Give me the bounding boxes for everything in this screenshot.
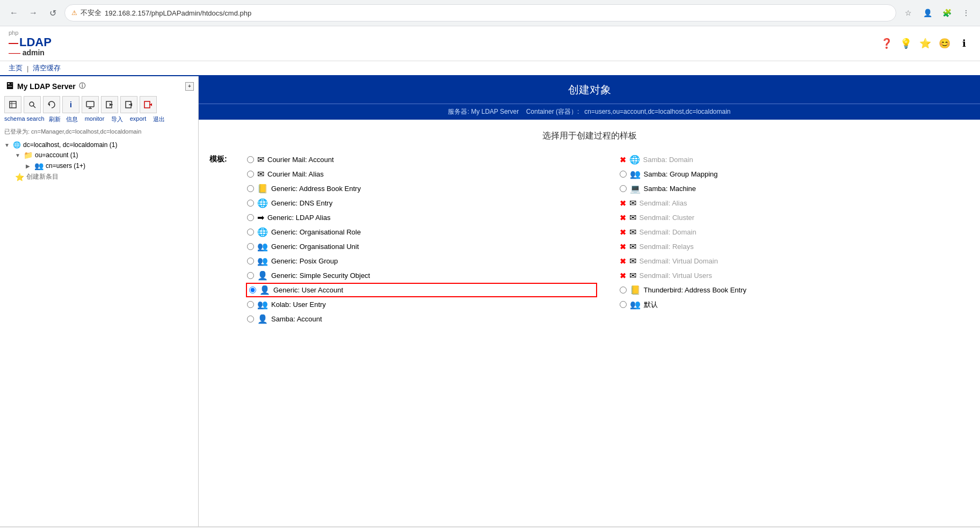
tree-item-ou-account[interactable]: ▼ 📁 ou=account (1) — [15, 150, 194, 160]
radio-user-account[interactable] — [249, 287, 256, 294]
tree-toggle-cn[interactable]: ▶ — [26, 163, 32, 169]
radio-address-book[interactable] — [247, 185, 254, 192]
org-role-label[interactable]: Generic: Organisational Role — [271, 228, 361, 236]
kolab-label[interactable]: Kolab: User Entry — [271, 300, 326, 309]
sidebar: 🖥 My LDAP Server ⓘ + — [0, 76, 199, 526]
tree-ou-label[interactable]: ou=account (1) — [35, 151, 78, 159]
courier-alias-label[interactable]: Courier Mail: Alias — [267, 170, 324, 178]
info-circle-icon: ⓘ — [79, 82, 85, 91]
address-book-label[interactable]: Generic: Address Book Entry — [271, 185, 361, 193]
bookmark-button[interactable]: ☆ — [901, 5, 916, 20]
menu-button[interactable]: ⋮ — [959, 5, 974, 20]
address-bar[interactable]: ⚠ 不安全 192.168.2.157/phpLDAPadmin/htdocs/… — [64, 4, 896, 21]
monitor-button[interactable] — [82, 96, 99, 113]
user-account-label[interactable]: Generic: User Account — [273, 286, 343, 294]
tree-toggle-root[interactable]: ▼ — [4, 142, 11, 148]
info-button[interactable]: ℹ — [956, 36, 971, 51]
smiley-button[interactable]: 😊 — [937, 36, 952, 51]
info-icon: i — [70, 100, 72, 109]
template-item-default: 👥 默认 — [619, 297, 970, 312]
radio-kolab[interactable] — [247, 301, 254, 308]
tree-toggle-ou[interactable]: ▼ — [15, 152, 21, 158]
tree-root-label[interactable]: dc=localhost, dc=localdomain (1) — [23, 141, 117, 149]
ldap-alias-label[interactable]: Generic: LDAP Alias — [267, 214, 331, 222]
dns-label[interactable]: Generic: DNS Entry — [271, 199, 332, 207]
radio-thunderbird[interactable] — [620, 287, 627, 294]
radio-org-unit[interactable] — [247, 243, 254, 250]
logout-label[interactable]: 退出 — [151, 115, 166, 123]
export-label[interactable]: export — [127, 115, 149, 123]
logo-dash: — — [9, 38, 18, 49]
search-button[interactable] — [24, 96, 41, 113]
refresh-icon — [47, 100, 56, 109]
back-button[interactable]: ← — [6, 5, 21, 20]
template-item-org-unit: 👥 Generic: Organisational Unit — [246, 239, 597, 254]
nav-clear-cache[interactable]: 清空缓存 — [33, 63, 61, 73]
schema-label[interactable]: schema — [4, 115, 24, 123]
import-button[interactable] — [101, 96, 118, 113]
folder-icon: 📁 — [24, 151, 33, 159]
posix-group-label[interactable]: Generic: Posix Group — [271, 257, 338, 265]
sendmail-cluster-icon: ✉ — [629, 212, 636, 223]
nav-home[interactable]: 主页 — [9, 63, 23, 73]
expand-sidebar-button[interactable]: + — [185, 82, 194, 91]
thunderbird-label[interactable]: Thunderbird: Address Book Entry — [644, 286, 747, 294]
import-label[interactable]: 导入 — [110, 115, 125, 123]
monitor-label[interactable]: monitor — [82, 115, 107, 123]
extensions-button[interactable]: 🧩 — [939, 5, 954, 20]
info-label[interactable]: 信息 — [64, 115, 79, 123]
template-item-posix-group: 👥 Generic: Posix Group — [246, 254, 597, 268]
create-new-item[interactable]: ⭐ 创建新条目 — [15, 171, 194, 182]
logo-dash2: —— — [9, 50, 20, 56]
star-button[interactable]: ⭐ — [918, 36, 933, 51]
samba-machine-label[interactable]: Samba: Machine — [644, 185, 696, 193]
radio-samba-machine[interactable] — [620, 185, 627, 192]
logo-admin: admin — [23, 48, 45, 57]
refresh-label[interactable]: 刷新 — [47, 115, 62, 123]
monitor-icon — [86, 100, 95, 109]
create-new-label[interactable]: 创建新条目 — [26, 172, 59, 181]
search-label[interactable]: search — [26, 115, 45, 123]
ldap-alias-icon: ➡ — [257, 212, 264, 223]
forward-button[interactable]: → — [26, 5, 41, 20]
samba-account-label[interactable]: Samba: Account — [271, 315, 322, 323]
radio-dns[interactable] — [247, 200, 254, 207]
radio-samba-account[interactable] — [247, 316, 254, 322]
samba-machine-icon: 💻 — [630, 184, 641, 194]
server-info-label: 服务器: My LDAP Server — [448, 108, 519, 115]
tree-root[interactable]: ▼ 🌐 dc=localhost, dc=localdomain (1) — [4, 140, 194, 150]
radio-samba-group[interactable] — [620, 171, 627, 178]
default-label[interactable]: 默认 — [644, 300, 658, 310]
org-unit-label[interactable]: Generic: Organisational Unit — [271, 243, 359, 251]
logout-button[interactable] — [140, 96, 157, 113]
refresh-button[interactable] — [43, 96, 60, 113]
radio-org-role[interactable] — [247, 229, 254, 236]
radio-simple-security[interactable] — [247, 272, 254, 279]
radio-courier-account[interactable] — [247, 156, 254, 163]
tree-item-cn-users[interactable]: ▶ 👥 cn=users (1+) — [26, 160, 194, 171]
logout-icon — [144, 100, 153, 109]
server-name: My LDAP Server — [17, 82, 76, 91]
sendmail-alias-icon: ✉ — [629, 198, 636, 208]
simple-security-label[interactable]: Generic: Simple Security Object — [271, 272, 370, 280]
radio-courier-alias[interactable] — [247, 171, 254, 178]
user-account-icon: 👤 — [259, 285, 270, 295]
radio-ldap-alias[interactable] — [247, 214, 254, 221]
help-button[interactable]: ❓ — [879, 36, 894, 51]
search-icon — [28, 100, 37, 109]
schema-button[interactable] — [4, 96, 21, 113]
profile-button[interactable]: 👤 — [920, 5, 935, 20]
radio-posix-group[interactable] — [247, 258, 254, 265]
tree-cn-label[interactable]: cn=users (1+) — [46, 162, 85, 170]
info-button-sidebar[interactable]: i — [62, 96, 79, 113]
export-button[interactable] — [120, 96, 137, 113]
samba-group-label[interactable]: Samba: Group Mapping — [644, 170, 718, 178]
app-logo: php — LDAP —— admin — [9, 30, 52, 57]
bulb-button[interactable]: 💡 — [898, 36, 913, 51]
radio-default[interactable] — [620, 301, 627, 308]
reload-button[interactable]: ↺ — [45, 5, 60, 20]
courier-account-label[interactable]: Courier Mail: Account — [267, 156, 334, 164]
svg-line-4 — [33, 106, 35, 108]
disabled-icon-sendmail-alias: ✖ — [620, 199, 626, 208]
disabled-icon-sendmail-relays: ✖ — [620, 243, 626, 251]
